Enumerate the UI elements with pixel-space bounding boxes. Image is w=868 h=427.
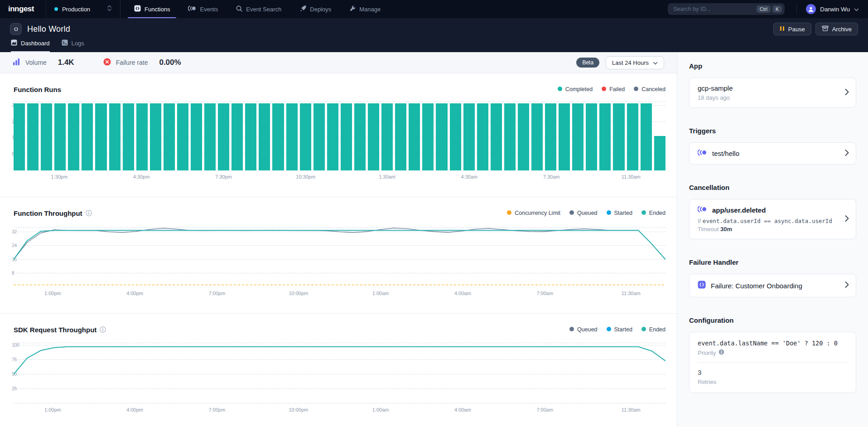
legend-dot [569,210,574,215]
bar[interactable] [559,103,570,170]
chevron-right-icon [845,149,849,158]
bar[interactable] [613,103,624,170]
bar[interactable] [68,103,79,170]
bar[interactable] [627,103,638,170]
environment-select[interactable]: Production [46,0,120,18]
bar[interactable] [82,103,93,170]
bar[interactable] [654,136,665,170]
bar[interactable] [436,103,447,170]
search-input[interactable]: Search by ID... Ctrl K [668,3,785,15]
bar[interactable] [272,103,284,170]
bar[interactable] [641,103,652,170]
bar[interactable] [368,103,379,170]
bar[interactable] [136,103,148,170]
app-card[interactable]: gcp-sample 18 days ago [689,78,856,108]
tab-dashboard[interactable]: Dashboard [11,39,50,52]
volume-label: Volume [25,59,47,66]
x-tick-label: 10:00pm [289,407,308,412]
failure-handler-card[interactable]: Failure: Customer Onboarding [689,274,856,297]
x-tick-label: 4:00pm [126,407,143,412]
x-axis-labels: 1:00pm4:00pm7:00pm10:00pm1:00am4:00am7:0… [14,403,665,414]
series-queued [14,347,665,374]
x-tick-label: 11:30am [622,174,641,180]
info-icon[interactable] [86,210,92,216]
function-runs-chart: Function Runs CompletedFailedCanceled 81… [0,73,677,181]
bar[interactable] [177,103,188,170]
bar[interactable] [381,103,393,170]
retries-value: 3 [698,369,848,376]
bar[interactable] [259,103,270,170]
x-tick-label: 10:00pm [289,291,308,296]
archive-button[interactable]: Archive [815,23,858,35]
logs-icon [62,39,68,47]
legend-item: Queued [569,326,597,333]
user-menu[interactable]: Darwin Wu [796,4,868,14]
line-plot: 255075100 [14,342,665,403]
bar[interactable] [245,103,256,170]
bar[interactable] [231,103,243,170]
bar[interactable] [54,103,66,170]
tab-logs[interactable]: Logs [62,39,84,52]
trigger-card[interactable]: test/hello [689,142,856,165]
failure-handler-section: Failure Handler Failure: Customer Onboar… [689,258,856,297]
bar[interactable] [545,103,556,170]
bar[interactable] [341,103,352,170]
bar[interactable] [218,103,229,170]
time-range-select[interactable]: Last 24 Hours [606,56,664,69]
bar[interactable] [123,103,134,170]
function-header: Hello World Pause Archive Dashboard [0,18,868,52]
bar[interactable] [354,103,366,170]
bar[interactable] [450,103,461,170]
bar[interactable] [586,103,597,170]
bar[interactable] [572,103,583,170]
bar[interactable] [191,103,202,170]
x-tick-label: 7:30pm [215,174,232,180]
bar[interactable] [109,103,121,170]
bar[interactable] [27,103,39,170]
bar[interactable] [422,103,434,170]
info-icon[interactable] [719,349,724,356]
user-name: Darwin Wu [820,6,850,13]
info-icon[interactable] [100,326,106,333]
bar[interactable] [463,103,475,170]
x-axis-labels: 1:30pm4:30pm7:30pm10:30pm1:30am4:30am7:3… [14,170,665,181]
cancellation-card[interactable]: app/user.deleted If event.data.userId ==… [689,199,856,239]
bar[interactable] [204,103,216,170]
pause-button[interactable]: Pause [773,23,811,35]
bar[interactable] [477,103,488,170]
cancellation-condition: event.data.userId == async.data.userId [703,218,832,224]
bar[interactable] [599,103,611,170]
bar[interactable] [150,103,161,170]
configuration-section: Configuration event.data.lastName == 'Do… [689,316,856,393]
bar[interactable] [491,103,502,170]
nav-tab-manage[interactable]: Manage [343,0,387,18]
nav-tab-functions[interactable]: Functions [128,0,176,18]
line-plot: 8162432 [14,225,665,287]
failure-handler-heading: Failure Handler [689,258,856,266]
bar[interactable] [41,103,52,170]
series-ended [14,347,665,374]
chevron-right-icon [845,281,849,290]
function-throughput-chart: Function Throughput Concurrency LimitQue… [0,197,677,298]
environment-label: Production [62,6,90,13]
event-trigger-icon [698,149,707,158]
nav-tab-event-search[interactable]: Event Search [230,0,288,18]
bar[interactable] [164,103,175,170]
bar[interactable] [286,103,298,170]
bar[interactable] [300,103,311,170]
bar[interactable] [327,103,338,170]
bar[interactable] [531,103,543,170]
bar[interactable] [313,103,325,170]
chevron-down-icon [653,59,658,66]
nav-tab-deploys[interactable]: Deploys [293,0,338,18]
bar[interactable] [409,103,420,170]
x-tick-label: 7:00am [536,291,553,296]
volume-value: 1.4K [58,58,74,67]
chevron-right-icon [845,215,849,223]
bar[interactable] [395,103,406,170]
bar[interactable] [504,103,516,170]
bar[interactable] [14,103,25,170]
bar[interactable] [518,103,529,170]
bar[interactable] [95,103,106,170]
nav-tab-events[interactable]: Events [182,0,224,18]
